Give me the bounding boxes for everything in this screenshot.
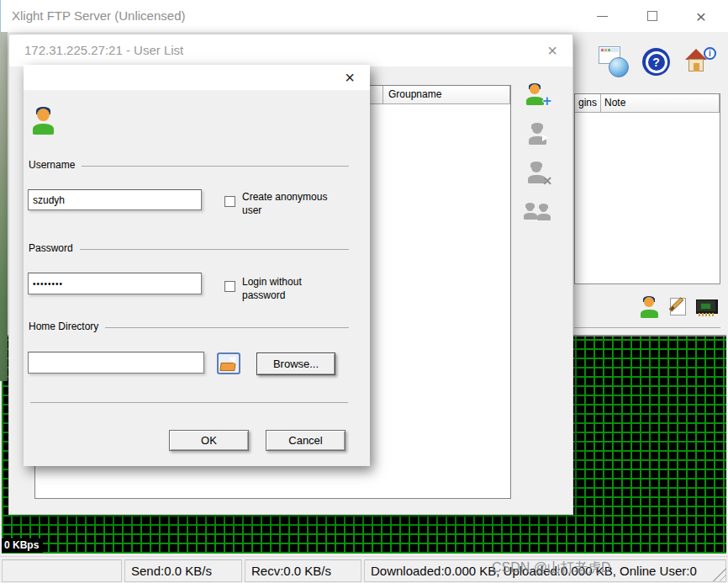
x-badge-icon: ✕ <box>542 175 552 187</box>
status-panel-empty <box>2 559 122 582</box>
person-right-icon <box>537 204 551 220</box>
username-group-line <box>82 166 349 167</box>
add-user-close-button[interactable]: × <box>340 68 359 87</box>
dot-orange <box>604 49 607 51</box>
person-head <box>531 162 541 172</box>
about-button[interactable]: i <box>685 47 716 77</box>
panel-separator <box>574 327 720 328</box>
home-directory-group-line <box>105 327 349 328</box>
status-bar: Send:0.0 KB/s Recv:0.0 KB/s Downloaded:0… <box>0 556 728 583</box>
person-head <box>530 84 540 94</box>
pins-icon <box>699 313 714 316</box>
ok-button[interactable]: OK <box>169 430 249 451</box>
user-list-titlebar: 172.31.225.27:21 - User List × <box>9 34 572 66</box>
minimize-icon <box>597 16 608 17</box>
plus-badge-icon: + <box>542 93 551 109</box>
username-group: Username <box>29 159 349 171</box>
graph-speed-label: 0 KBps <box>2 538 43 553</box>
browse-button[interactable]: Browse... <box>256 352 335 375</box>
online-users-panel: gins Note <box>574 93 720 284</box>
house-door-icon <box>694 63 699 72</box>
copy-user-button[interactable] <box>524 203 551 220</box>
resize-grip[interactable] <box>713 568 726 581</box>
no-password-checkbox[interactable] <box>224 281 235 292</box>
person-left-icon <box>524 203 537 220</box>
person-torso <box>33 124 54 135</box>
user-list-title: 172.31.225.27:21 - User List <box>24 34 183 66</box>
online-users-header-row: gins Note <box>575 94 720 113</box>
dialog-separator <box>30 402 348 403</box>
dot-red <box>601 49 604 51</box>
home-directory-label: Home Directory <box>29 321 98 332</box>
cancel-button[interactable]: Cancel <box>266 430 346 451</box>
person-head <box>37 109 50 121</box>
person-torso <box>526 97 544 105</box>
csdn-watermark: CSDN @山打老虎D <box>492 559 611 577</box>
desktop-background-sliver <box>0 32 8 381</box>
edit-user-button[interactable] <box>529 123 546 145</box>
status-recv-speed: Recv:0.0 KB/s <box>245 559 361 582</box>
maximize-button[interactable] <box>638 0 667 32</box>
logins-column-header[interactable]: gins <box>575 94 601 112</box>
pencil-icon <box>669 297 684 312</box>
chip-icon <box>700 303 711 310</box>
help-button[interactable]: ? <box>642 48 670 76</box>
status-send-speed: Send:0.0 KB/s <box>124 559 242 582</box>
username-label: Username <box>29 159 75 171</box>
user-list-close-button[interactable]: × <box>542 40 562 61</box>
web-admin-button[interactable] <box>599 46 629 77</box>
question-mark-icon: ? <box>648 54 665 71</box>
person-torso <box>641 310 658 318</box>
add-user-button[interactable]: + <box>526 83 544 105</box>
arrow-badge-icon <box>542 135 548 141</box>
groupname-column-header[interactable]: Groupname <box>383 86 510 103</box>
folder-icon <box>219 363 235 371</box>
user-status-icon <box>641 296 658 318</box>
person-head <box>644 297 654 307</box>
user-avatar-icon <box>33 107 54 135</box>
password-label: Password <box>29 242 73 254</box>
password-group-line <box>80 249 349 250</box>
note-column-header[interactable]: Note <box>601 94 720 112</box>
close-button[interactable]: × <box>687 0 715 32</box>
maximize-icon <box>647 11 657 21</box>
open-folder-button[interactable] <box>217 352 240 374</box>
dot-green <box>608 49 610 51</box>
person-head <box>532 124 542 134</box>
main-titlebar: Xlight FTP Server (Unlicensed) × <box>0 0 728 32</box>
home-directory-group: Home Directory <box>29 321 349 332</box>
password-group: Password <box>29 242 349 254</box>
online-users-list[interactable] <box>575 113 720 284</box>
no-password-checkbox-label: Login without password <box>242 276 341 302</box>
add-user-titlebar: × <box>24 65 370 90</box>
anonymous-checkbox[interactable] <box>224 196 235 207</box>
username-input[interactable] <box>28 189 202 210</box>
xlight-ftp-server-window: Xlight FTP Server (Unlicensed) × 0 KBps … <box>0 0 728 583</box>
home-directory-input[interactable] <box>28 352 204 374</box>
anonymous-checkbox-label: Create anonymous user <box>242 191 341 217</box>
network-adapter-icon <box>696 299 718 314</box>
edit-note-icon <box>670 298 686 315</box>
minimize-button[interactable] <box>588 0 616 32</box>
help-ring: ? <box>646 51 667 73</box>
info-icon: i <box>704 47 716 60</box>
delete-user-button[interactable]: ✕ <box>528 162 546 183</box>
main-window-title: Xlight FTP Server (Unlicensed) <box>12 0 185 32</box>
add-user-dialog: × Username Create anonymous user Passwor… <box>24 65 370 466</box>
password-input[interactable] <box>28 273 202 294</box>
close-icon: × <box>696 8 706 25</box>
globe-icon <box>609 57 629 77</box>
